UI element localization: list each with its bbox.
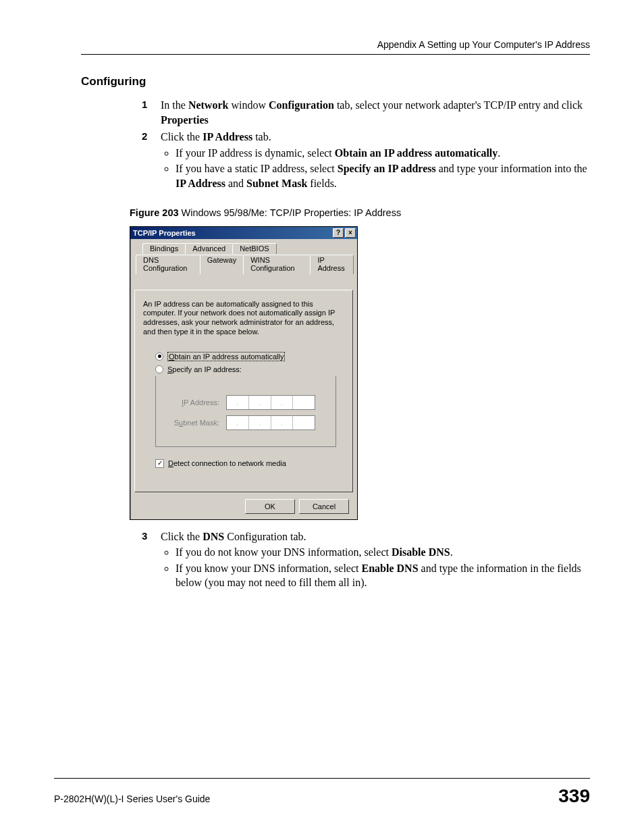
subnet-mask-input[interactable]: . . . [226, 415, 315, 430]
tab-netbios[interactable]: NetBIOS [232, 243, 276, 254]
bullet-bold: Specify an IP address [338, 163, 436, 174]
step-text: tab, select your network adapter's TCP/I… [334, 99, 583, 111]
section-title: Configuring [81, 75, 590, 88]
subnet-mask-label: Subnet Mask: [165, 419, 219, 427]
bullet-bold: Disable DNS [392, 546, 450, 558]
ip-octet[interactable]: . [227, 396, 249, 409]
ok-button[interactable]: OK [245, 499, 295, 514]
tab-advanced[interactable]: Advanced [185, 243, 233, 254]
bullet: If you do not know your DNS information,… [176, 545, 590, 560]
dialog-buttons: OK Cancel [134, 496, 353, 514]
ip-octet[interactable]: . [249, 396, 271, 409]
ip-octet[interactable] [293, 396, 315, 409]
dialog-titlebar[interactable]: TCP/IP Properties ? × [130, 227, 357, 239]
bullet: If your IP address is dynamic, select Ob… [176, 146, 590, 161]
step-number: 3 [142, 529, 161, 593]
help-icon[interactable]: ? [333, 228, 344, 238]
bullet-bold: IP Address [176, 178, 225, 189]
bullet-text: and type your information into the [436, 163, 587, 174]
step-bullets: If your IP address is dynamic, select Ob… [161, 146, 590, 191]
figure-caption: Figure 203 Windows 95/98/Me: TCP/IP Prop… [130, 207, 590, 218]
bullet-text: If you do not know your DNS information,… [176, 546, 392, 558]
checkbox-icon[interactable]: ✓ [155, 459, 164, 468]
radio-icon[interactable] [155, 365, 163, 373]
subnet-mask-row: Subnet Mask: . . . [165, 415, 329, 430]
bullet: If you have a static IP address, select … [176, 161, 590, 190]
step-text: Configuration tab. [224, 531, 306, 542]
steps-list: 1 In the Network window Configuration ta… [142, 98, 590, 194]
bullet: If you know your DNS information, select… [176, 561, 590, 590]
footer-rule [54, 778, 590, 779]
footer-page-number: 339 [558, 785, 590, 807]
cancel-button[interactable]: Cancel [299, 499, 349, 514]
ip-octet[interactable] [293, 416, 315, 429]
checkbox-label-accel: D [168, 459, 173, 467]
step-text: window [228, 99, 269, 111]
tab-bindings[interactable]: Bindings [142, 243, 186, 254]
bullet-bold: Enable DNS [362, 563, 419, 574]
ip-octet[interactable]: . [271, 416, 294, 429]
ip-octet[interactable]: . [271, 396, 294, 409]
bullet-bold: Subnet Mask [246, 178, 307, 189]
ip-octet[interactable]: . [227, 416, 249, 429]
page-header-breadcrumb: Appendix A Setting up Your Computer's IP… [81, 39, 590, 50]
bullet-text: If your IP address is dynamic, select [176, 147, 335, 159]
dialog-title: TCP/IP Properties [133, 229, 333, 237]
bullet-text: . [450, 546, 453, 558]
radio-label: pecify an IP address: [172, 365, 242, 373]
detect-connection-checkbox[interactable]: ✓ Detect connection to network media [155, 459, 344, 468]
tcpip-properties-dialog: TCP/IP Properties ? × Bindings Advanced … [130, 226, 358, 520]
steps-list-continued: 3 Click the DNS Configuration tab. If yo… [142, 529, 590, 593]
step-number: 2 [142, 130, 161, 193]
radio-label: btain an IP address automatically [175, 353, 284, 361]
footer-guide-name: P-2802H(W)(L)-I Series User's Guide [54, 793, 210, 804]
radio-obtain-auto[interactable]: Obtain an IP address automatically [155, 352, 344, 361]
bullet-text: If you have a static IP address, select [176, 163, 338, 174]
tab-ip-address[interactable]: IP Address [310, 255, 354, 274]
step-number: 1 [142, 98, 161, 127]
step-bold: Properties [161, 114, 209, 126]
header-rule [81, 54, 590, 55]
dialog-body: Bindings Advanced NetBIOS DNS Configurat… [130, 239, 357, 519]
step-3: 3 Click the DNS Configuration tab. If yo… [142, 529, 590, 593]
step-text: tab. [252, 131, 271, 142]
bullet-text: If you know your DNS information, select [176, 563, 362, 574]
step-bold: DNS [203, 531, 224, 542]
tab-wins-configuration[interactable]: WINS Configuration [243, 255, 311, 274]
tab-dns-configuration[interactable]: DNS Configuration [136, 255, 200, 274]
radio-icon[interactable] [155, 353, 163, 361]
specify-ip-group: IP Address: . . . Subnet Mask: . . [155, 376, 336, 447]
ip-address-input[interactable]: . . . [226, 395, 315, 410]
step-bold: IP Address [203, 131, 252, 142]
step-1: 1 In the Network window Configuration ta… [142, 98, 590, 127]
figure-caption-text: Windows 95/98/Me: TCP/IP Properties: IP … [179, 207, 402, 218]
bullet-text: and [225, 178, 246, 189]
step-bold: Network [188, 99, 229, 111]
step-text: Click the [161, 131, 203, 142]
bullet-text: fields. [307, 178, 337, 189]
ip-octet[interactable]: . [249, 416, 271, 429]
bullet-text: . [498, 147, 500, 159]
tab-panel-ip-address: An IP address can be automatically assig… [134, 290, 353, 492]
ip-address-label: IP Address: [165, 398, 219, 407]
step-bold: Configuration [269, 99, 334, 111]
step-text: Click the [161, 531, 203, 542]
bullet-bold: Obtain an IP address automatically [335, 147, 498, 159]
figure-label: Figure 203 [130, 207, 179, 218]
page-footer: P-2802H(W)(L)-I Series User's Guide 339 [54, 778, 590, 807]
panel-description: An IP address can be automatically assig… [143, 300, 344, 337]
tab-gateway[interactable]: Gateway [200, 255, 244, 274]
ip-address-row: IP Address: . . . [165, 395, 329, 410]
radio-specify-ip[interactable]: Specify an IP address: [155, 365, 344, 373]
checkbox-label: etect connection to network media [173, 459, 286, 467]
tab-strip: Bindings Advanced NetBIOS DNS Configurat… [134, 243, 353, 267]
step-text: In the [161, 99, 188, 111]
step-2: 2 Click the IP Address tab. If your IP a… [142, 130, 590, 193]
step-bullets: If you do not know your DNS information,… [161, 545, 590, 590]
radio-label-accel: O [169, 353, 175, 361]
close-icon[interactable]: × [345, 228, 356, 238]
